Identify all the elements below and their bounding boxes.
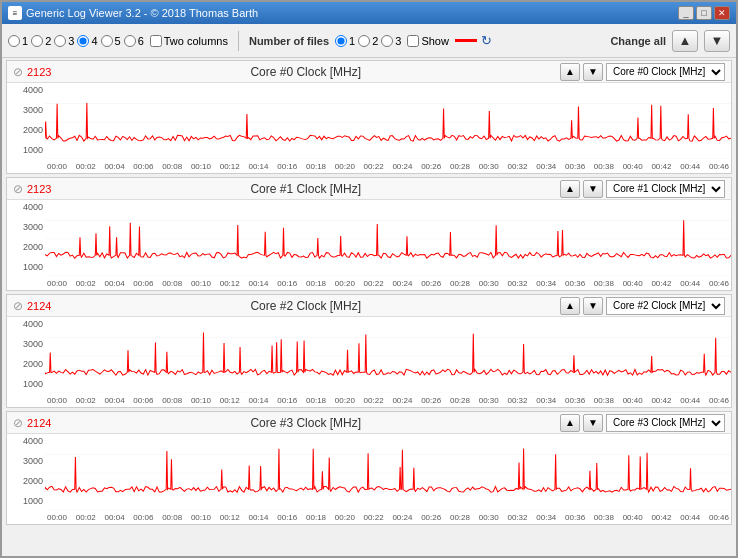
radio-4[interactable]: 4: [77, 35, 97, 47]
chart-header-0: ⊘ 2123 Core #0 Clock [MHz] ▲ ▼ Core #0 C…: [7, 61, 731, 83]
up-arrow-button[interactable]: ▲: [672, 30, 698, 52]
chart-down-btn-1[interactable]: ▼: [583, 180, 603, 198]
chart-symbol-3: ⊘: [13, 416, 23, 430]
show-label: Show: [421, 35, 449, 47]
main-window: ≡ Generic Log Viewer 3.2 - © 2018 Thomas…: [0, 0, 738, 558]
chart-body-2: 4000 3000 2000 1000: [7, 317, 731, 407]
divider-1: [238, 31, 239, 51]
minimize-button[interactable]: _: [678, 6, 694, 20]
chart-controls-2: ▲ ▼ Core #2 Clock [MHz]: [560, 297, 725, 315]
chart-up-btn-2[interactable]: ▲: [560, 297, 580, 315]
chart-header-1: ⊘ 2123 Core #1 Clock [MHz] ▲ ▼ Core #1 C…: [7, 178, 731, 200]
close-button[interactable]: ✕: [714, 6, 730, 20]
toolbar: 1 2 3 4 5 6 Two columns Numbe: [2, 24, 736, 58]
show-checkbox[interactable]: Show: [407, 35, 449, 47]
chart-controls-3: ▲ ▼ Core #3 Clock [MHz]: [560, 414, 725, 432]
chart-header-left-1: ⊘ 2123: [13, 182, 51, 196]
chart-title-2: Core #2 Clock [MHz]: [51, 299, 560, 313]
chart-plot-2: [45, 319, 731, 393]
chart-header-2: ⊘ 2124 Core #2 Clock [MHz] ▲ ▼ Core #2 C…: [7, 295, 731, 317]
chart-value-2: 2124: [27, 300, 51, 312]
radio-3[interactable]: 3: [54, 35, 74, 47]
chart-controls-1: ▲ ▼ Core #1 Clock [MHz]: [560, 180, 725, 198]
chart-panel-0: ⊘ 2123 Core #0 Clock [MHz] ▲ ▼ Core #0 C…: [6, 60, 732, 174]
chart-header-3: ⊘ 2124 Core #3 Clock [MHz] ▲ ▼ Core #3 C…: [7, 412, 731, 434]
change-all-label: Change all: [610, 35, 666, 47]
chart-symbol-0: ⊘: [13, 65, 23, 79]
chart-value-1: 2123: [27, 183, 51, 195]
chart-header-left-2: ⊘ 2124: [13, 299, 51, 313]
radio-2[interactable]: 2: [31, 35, 51, 47]
window-controls: _ □ ✕: [678, 6, 730, 20]
radio-5[interactable]: 5: [101, 35, 121, 47]
chart-select-3[interactable]: Core #3 Clock [MHz]: [606, 414, 725, 432]
down-arrow-button[interactable]: ▼: [704, 30, 730, 52]
chart-title-3: Core #3 Clock [MHz]: [51, 416, 560, 430]
chart-header-left-3: ⊘ 2124: [13, 416, 51, 430]
chart-symbol-2: ⊘: [13, 299, 23, 313]
chart-panel-2: ⊘ 2124 Core #2 Clock [MHz] ▲ ▼ Core #2 C…: [6, 294, 732, 408]
chart-select-0[interactable]: Core #0 Clock [MHz]: [606, 63, 725, 81]
chart-header-left-0: ⊘ 2123: [13, 65, 51, 79]
chart-plot-3: [45, 436, 731, 510]
chart-svg-0: [45, 85, 731, 159]
chart-title-1: Core #1 Clock [MHz]: [51, 182, 560, 196]
chart-panel-3: ⊘ 2124 Core #3 Clock [MHz] ▲ ▼ Core #3 C…: [6, 411, 732, 525]
chart-svg-3: [45, 436, 731, 510]
titlebar-left: ≡ Generic Log Viewer 3.2 - © 2018 Thomas…: [8, 6, 258, 20]
number-of-files-label: Number of files: [249, 35, 329, 47]
chart-up-btn-1[interactable]: ▲: [560, 180, 580, 198]
chart-symbol-1: ⊘: [13, 182, 23, 196]
chart-xaxis-0: 00:00 00:02 00:04 00:06 00:08 00:10 00:1…: [45, 159, 731, 173]
two-columns-checkbox[interactable]: Two columns: [150, 35, 228, 47]
chart-plot-0: [45, 85, 731, 159]
window-title: Generic Log Viewer 3.2 - © 2018 Thomas B…: [26, 7, 258, 19]
refresh-icon[interactable]: ↻: [481, 33, 492, 48]
chart-down-btn-2[interactable]: ▼: [583, 297, 603, 315]
chart-value-3: 2124: [27, 417, 51, 429]
app-icon: ≡: [8, 6, 22, 20]
chart-up-btn-0[interactable]: ▲: [560, 63, 580, 81]
chart-body-3: 4000 3000 2000 1000: [7, 434, 731, 524]
chart-up-btn-3[interactable]: ▲: [560, 414, 580, 432]
file-radio-1[interactable]: 1: [335, 35, 355, 47]
file-radio-3[interactable]: 3: [381, 35, 401, 47]
chart-title-0: Core #0 Clock [MHz]: [51, 65, 560, 79]
chart-panel-1: ⊘ 2123 Core #1 Clock [MHz] ▲ ▼ Core #1 C…: [6, 177, 732, 291]
chart-down-btn-3[interactable]: ▼: [583, 414, 603, 432]
chart-body-1: 4000 3000 2000 1000: [7, 200, 731, 290]
chart-xaxis-3: 00:00 00:02 00:04 00:06 00:08 00:10 00:1…: [45, 510, 731, 524]
chart-controls-0: ▲ ▼ Core #0 Clock [MHz]: [560, 63, 725, 81]
chart-down-btn-0[interactable]: ▼: [583, 63, 603, 81]
radio-6[interactable]: 6: [124, 35, 144, 47]
file-radio-2[interactable]: 2: [358, 35, 378, 47]
chart-yaxis-1: 4000 3000 2000 1000: [7, 200, 45, 274]
radio-group-1: 1 2 3 4 5 6: [8, 35, 144, 47]
chart-body-0: 4000 3000 2000 1000: [7, 83, 731, 173]
chart-svg-2: [45, 319, 731, 393]
chart-plot-1: [45, 202, 731, 276]
chart-value-0: 2123: [27, 66, 51, 78]
chart-xaxis-1: 00:00 00:02 00:04 00:06 00:08 00:10 00:1…: [45, 276, 731, 290]
show-line-indicator: ↻: [455, 33, 492, 48]
two-columns-label: Two columns: [164, 35, 228, 47]
file-radio-group: 1 2 3: [335, 35, 401, 47]
charts-area: ⊘ 2123 Core #0 Clock [MHz] ▲ ▼ Core #0 C…: [2, 58, 736, 556]
red-line: [455, 39, 477, 42]
chart-select-2[interactable]: Core #2 Clock [MHz]: [606, 297, 725, 315]
chart-xaxis-2: 00:00 00:02 00:04 00:06 00:08 00:10 00:1…: [45, 393, 731, 407]
radio-1[interactable]: 1: [8, 35, 28, 47]
chart-yaxis-2: 4000 3000 2000 1000: [7, 317, 45, 391]
maximize-button[interactable]: □: [696, 6, 712, 20]
chart-yaxis-3: 4000 3000 2000 1000: [7, 434, 45, 508]
chart-svg-1: [45, 202, 731, 276]
chart-select-1[interactable]: Core #1 Clock [MHz]: [606, 180, 725, 198]
titlebar: ≡ Generic Log Viewer 3.2 - © 2018 Thomas…: [2, 2, 736, 24]
chart-yaxis-0: 4000 3000 2000 1000: [7, 83, 45, 157]
